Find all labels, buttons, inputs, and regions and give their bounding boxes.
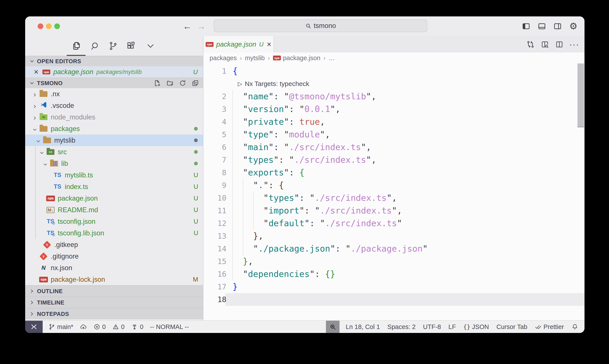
open-editors-header[interactable]: OPEN EDITORS	[25, 56, 203, 66]
tree-item-lib[interactable]: lib	[25, 158, 203, 169]
code-line-3[interactable]: 3 "version": "0.0.1",	[203, 103, 584, 116]
status-cloud-upload[interactable]	[80, 323, 87, 330]
remote-indicator[interactable]	[25, 321, 43, 333]
code-line-6[interactable]: 6 "main": "./src/index.ts",	[203, 141, 584, 154]
more-actions-icon[interactable]: ···	[569, 42, 579, 47]
tsconfig-icon: TS⚙	[47, 218, 54, 225]
file-tree: .nx.vscodeJSnode_modulespackagesmytslib<…	[25, 88, 203, 285]
breadcrumb-[interactable]: …	[329, 54, 335, 62]
breadcrumb-package-json[interactable]: npmpackage.json	[273, 54, 321, 62]
status-ln-18-col-1[interactable]: Ln 18, Col 1	[346, 323, 380, 331]
code-editor[interactable]: 1{▷Nx Targets: typecheck2 "name": "@tsmo…	[203, 64, 584, 320]
scrollbar-thumb[interactable]	[578, 64, 584, 127]
codelens-label[interactable]: Nx Targets: typecheck	[245, 78, 309, 90]
code-line-7[interactable]: 7 "types": "./src/index.ts",	[203, 154, 584, 166]
tree-item-tsconfig-json[interactable]: TS⚙tsconfig.jsonU	[25, 216, 203, 227]
close-icon[interactable]: ×	[34, 68, 39, 76]
explorer-section-header[interactable]: TSMONO	[25, 78, 203, 88]
tree-item-nx-json[interactable]: Nnx.json	[25, 262, 203, 274]
settings-gear-icon[interactable]: ⚙	[568, 21, 578, 31]
breadcrumb-mytslib[interactable]: mytslib	[245, 54, 265, 62]
line-number: 14	[203, 242, 226, 255]
status-cursor-tab[interactable]: Cursor Tab	[496, 323, 527, 331]
tree-item-package-json[interactable]: npmpackage.jsonU	[25, 193, 203, 204]
split-editor-icon[interactable]	[555, 40, 564, 49]
status-main[interactable]: main*	[48, 323, 73, 331]
code-line-18[interactable]: 18	[203, 293, 584, 306]
tree-item-nx[interactable]: .nx	[25, 88, 203, 100]
traffic-light-zoom[interactable]	[54, 23, 60, 29]
layout-sidebar-right-icon[interactable]	[553, 21, 563, 31]
status-lf[interactable]: LF	[448, 323, 456, 331]
tab-package-json[interactable]: npm package.json U ×	[203, 36, 274, 52]
open-preview-icon[interactable]	[540, 40, 549, 49]
section-header-timeline[interactable]: TIMELINE	[25, 297, 203, 308]
search-view-icon[interactable]	[90, 40, 101, 52]
open-changes-icon[interactable]	[526, 40, 535, 49]
new-file-icon[interactable]	[153, 79, 161, 87]
code-line-10[interactable]: 10 "types": "./src/index.ts",	[203, 192, 584, 204]
tree-item-readme-md[interactable]: M↓README.mdU	[25, 204, 203, 216]
status-normal[interactable]: -- NORMAL --	[150, 323, 189, 331]
chevron-down-icon	[43, 161, 48, 166]
line-number: 2	[203, 90, 226, 103]
section-header-outline[interactable]: OUTLINE	[25, 285, 203, 297]
code-line-16[interactable]: 16 "dependencies": {}	[203, 268, 584, 280]
new-folder-icon[interactable]	[166, 79, 174, 87]
command-center-search[interactable]: tsmono	[214, 19, 427, 32]
tree-item-gitignore[interactable]: .gitignore	[25, 250, 203, 262]
tree-item-packages[interactable]: packages	[25, 123, 203, 134]
code-line-17[interactable]: 17}	[203, 280, 584, 293]
source-control-icon[interactable]	[108, 40, 118, 52]
status-bell[interactable]	[571, 323, 578, 330]
traffic-light-minimize[interactable]	[46, 23, 52, 29]
open-editor-item[interactable]: × npm package.json packages/mytslib U	[25, 66, 203, 78]
code-line-4[interactable]: 4 "private": true,	[203, 116, 584, 128]
tree-item-vscode[interactable]: .vscode	[25, 100, 203, 111]
tree-item-node-modules[interactable]: JSnode_modules	[25, 111, 203, 123]
forward-arrow-button[interactable]: →	[196, 21, 206, 31]
layout-panel-icon[interactable]	[537, 21, 547, 31]
code-line-9[interactable]: 9 ".": {	[203, 179, 584, 192]
back-arrow-button[interactable]: ←	[182, 21, 192, 31]
breadcrumb-packages[interactable]: packages	[209, 54, 237, 62]
status-spaces-2[interactable]: Spaces: 2	[388, 323, 416, 331]
search-value: tsmono	[314, 22, 336, 30]
tree-item-index-ts[interactable]: TSindex.tsU	[25, 181, 203, 193]
explorer-icon[interactable]	[71, 40, 82, 52]
more-views-chevron-icon[interactable]	[145, 40, 156, 52]
extensions-icon[interactable]	[126, 40, 137, 52]
code-line-14[interactable]: 14 "./package.json": "./package.json"	[203, 242, 584, 255]
status-utf-8[interactable]: UTF-8	[423, 323, 441, 331]
section-header-notepads[interactable]: NOTEPADS	[25, 308, 203, 319]
tab-close-icon[interactable]: ×	[267, 40, 271, 49]
status-0[interactable]: 0	[131, 323, 143, 331]
status-0[interactable]: 0	[112, 323, 124, 331]
tree-item-gitkeep[interactable]: .gitkeep	[25, 239, 203, 250]
code-line-2[interactable]: 2 "name": "@tsmono/mytslib",	[203, 90, 584, 103]
tree-item-src[interactable]: <>src	[25, 146, 203, 158]
run-triangle-icon[interactable]: ▷	[238, 78, 242, 90]
codelens-nx-targets[interactable]: ▷Nx Targets: typecheck	[203, 78, 584, 90]
status-prettier[interactable]: Prettier	[535, 323, 564, 331]
code-line-13[interactable]: 13 },	[203, 230, 584, 242]
tree-item-mytslib[interactable]: mytslib	[25, 134, 203, 146]
chevron-right-icon	[29, 288, 35, 294]
traffic-light-close[interactable]	[38, 23, 43, 29]
status-0[interactable]: 0	[93, 323, 106, 331]
tree-item-mytslib-ts[interactable]: TSmytslib.tsU	[25, 169, 203, 181]
code-line-11[interactable]: 11 "import": "./src/index.ts",	[203, 204, 584, 217]
code-line-8[interactable]: 8 "exports": {	[203, 166, 584, 179]
refresh-icon[interactable]	[179, 79, 187, 87]
tree-item-tsconfig-lib-json[interactable]: TS⚙tsconfig.lib.jsonU	[25, 227, 203, 239]
code-line-5[interactable]: 5 "type": "module",	[203, 128, 584, 141]
status-json[interactable]: {}JSON	[463, 323, 489, 331]
code-line-12[interactable]: 12 "default": "./src/index.ts"	[203, 217, 584, 230]
code-line-15[interactable]: 15 },	[203, 255, 584, 268]
layout-sidebar-left-icon[interactable]	[521, 21, 531, 31]
line-number: 1	[203, 65, 226, 78]
tree-item-package-lock-json[interactable]: npmpackage-lock.jsonM	[25, 274, 203, 285]
zoom-indicator[interactable]	[326, 321, 339, 333]
code-line-1[interactable]: 1{	[203, 65, 584, 78]
collapse-all-icon[interactable]	[191, 79, 199, 87]
